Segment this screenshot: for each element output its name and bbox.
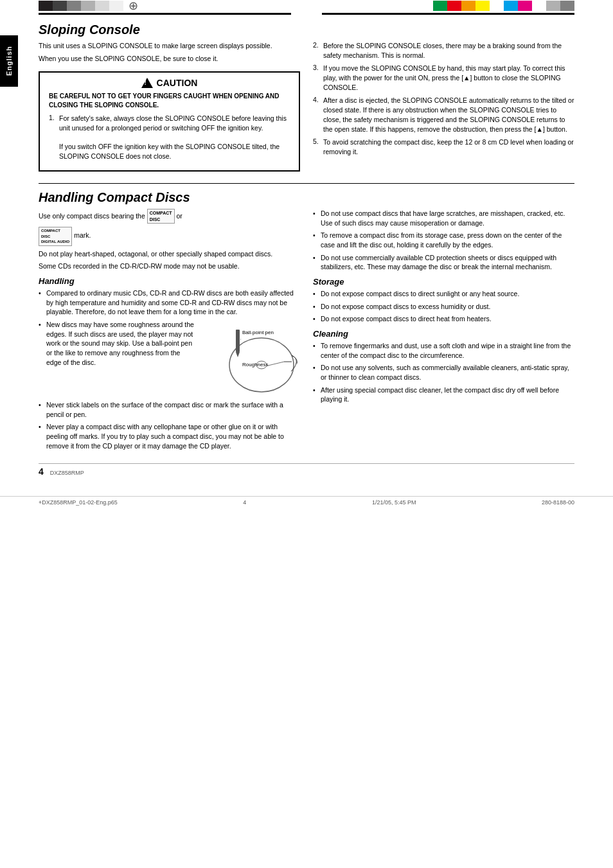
sloping-intro2: When you use the SLOPING CONSOLE, be sur… — [39, 54, 300, 64]
bottom-bar: +DXZ858RMP_01-02-Eng.p65 4 1/21/05, 5:45… — [0, 496, 613, 508]
svg-text:Roughness: Roughness — [242, 362, 268, 368]
svg-rect-3 — [236, 330, 240, 352]
bottom-date: 1/21/05, 5:45 PM — [372, 499, 416, 506]
handling-bullet-1: • Compared to ordinary music CDs, CD-R a… — [39, 288, 300, 317]
cleaning-bullet-2: • Do not use any solvents, such as comme… — [313, 363, 574, 382]
item-content: For safety's sake, always close the SLOP… — [59, 114, 290, 161]
handling-bullet-2: • New discs may have some roughness arou… — [39, 320, 195, 367]
top-color-bar: ⊕ — [0, 0, 613, 12]
disc-mark-1: COMPACTDISC — [147, 209, 175, 224]
disc-mark-2: COMPACTDISCDIGITAL AUDIO — [39, 227, 72, 245]
caution-triangle-icon — [141, 78, 153, 88]
handling-title: Handling Compact Discs — [39, 190, 574, 205]
bullet-text: Never play a compact disc with any cello… — [46, 422, 300, 450]
svg-line-7 — [268, 362, 284, 366]
bullet-text: Never stick labels on the surface of the… — [46, 400, 300, 419]
item-text: To avoid scratching the compact disc, ke… — [323, 137, 574, 156]
top-bar-left: ⊕ — [0, 0, 306, 12]
sloping-console-left: This unit uses a SLOPING CONSOLE to make… — [39, 41, 300, 177]
bullet-text: Do not use compact discs that have large… — [321, 209, 574, 227]
caution-warning: BE CAREFUL NOT TO GET YOUR FINGERS CAUGH… — [49, 92, 290, 110]
item-text: For safety's sake, always close the SLOP… — [59, 114, 287, 132]
bullet-text: Do not expose compact discs to direct su… — [321, 289, 519, 299]
item-num: 3. — [313, 64, 321, 92]
right-color-blocks — [433, 1, 574, 11]
handling-intro2: COMPACTDISCDIGITAL AUDIO mark. — [39, 227, 300, 245]
item-num: 5. — [313, 137, 321, 156]
sloping-item-2: 2. Before the SLOPING CONSOLE closes, th… — [313, 41, 574, 60]
section-divider — [39, 183, 574, 184]
sloping-item-5: 5. To avoid scratching the compact disc,… — [313, 137, 574, 156]
cd-diagram: Ball-point pen Roughness — [200, 320, 300, 397]
caution-box: CAUTION BE CAREFUL NOT TO GET YOUR FINGE… — [39, 71, 300, 171]
cleaning-bullet-1: • To remove fingermarks and dust, use a … — [313, 341, 574, 360]
item-num: 2. — [313, 41, 321, 60]
handling-right-bullet-3: • Do not use commercially available CD p… — [313, 253, 574, 272]
cleaning-subtitle: Cleaning — [313, 329, 574, 339]
bullet-text: Compared to ordinary music CDs, CD-R and… — [46, 288, 300, 317]
svg-text:Ball-point pen: Ball-point pen — [242, 330, 274, 335]
sloping-item-3: 3. If you move the SLOPING CONSOLE by ha… — [313, 64, 574, 92]
handling-left: Use only compact discs bearing the COMPA… — [39, 209, 300, 454]
page-footer: 4 DXZ858RMP — [39, 463, 574, 477]
storage-bullet-2: • Do not expose compact discs to excess … — [313, 302, 574, 312]
item-num: 4. — [313, 96, 321, 134]
english-sidebar-label: English — [0, 35, 18, 87]
bullet-text: Do not use any solvents, such as commerc… — [321, 363, 574, 382]
bottom-code: 280-8188-00 — [542, 499, 574, 506]
bullet-text: To remove fingermarks and dust, use a so… — [321, 341, 574, 360]
storage-bullet-3: • Do not expose compact discs to direct … — [313, 314, 574, 324]
handling-intro3: Do not play heart-shaped, octagonal, or … — [39, 249, 300, 259]
storage-bullet-1: • Do not expose compact discs to direct … — [313, 289, 574, 299]
sloping-console-title: Sloping Console — [39, 22, 574, 37]
left-color-blocks — [39, 1, 123, 11]
cleaning-bullet-3: • After using special compact disc clean… — [313, 385, 574, 404]
handling-bullet-3: • Never stick labels on the surface of t… — [39, 400, 300, 419]
item-num: 1. — [49, 114, 57, 161]
handling-bullet-4: • Never play a compact disc with any cel… — [39, 422, 300, 450]
storage-subtitle: Storage — [313, 277, 574, 287]
sloping-console-content: This unit uses a SLOPING CONSOLE to make… — [39, 41, 574, 177]
item-text: After a disc is ejected, the SLOPING CON… — [323, 96, 574, 134]
handling-content: Use only compact discs bearing the COMPA… — [39, 209, 574, 454]
sloping-console-right: 2. Before the SLOPING CONSOLE closes, th… — [313, 41, 574, 177]
bottom-page: 4 — [243, 499, 246, 506]
caution-label: CAUTION — [157, 78, 198, 88]
sloping-intro1: This unit uses a SLOPING CONSOLE to make… — [39, 41, 300, 51]
page-content: English ⊕ ⊕ Sloping Console This unit us… — [0, 22, 613, 496]
handling-intro1: Use only compact discs bearing the COMPA… — [39, 209, 300, 224]
svg-marker-4 — [236, 352, 240, 357]
bullet-text: Do not expose compact discs to direct he… — [321, 314, 492, 324]
bullet-text: New discs may have some roughness around… — [46, 320, 195, 367]
item-text: Before the SLOPING CONSOLE closes, there… — [323, 41, 574, 60]
bullet-text: Do not expose compact discs to excess hu… — [321, 302, 490, 312]
handling-right-bullet-1: • Do not use compact discs that have lar… — [313, 209, 574, 227]
handling-intro4: Some CDs recorded in the CD-R/CD-RW mode… — [39, 261, 300, 271]
handling-subtitle: Handling — [39, 276, 300, 286]
cd-diagram-area: Ball-point pen Roughness • New discs may… — [39, 320, 300, 397]
footer-filename: DXZ858RMP — [50, 470, 84, 476]
bullet-text: Do not use commercially available CD pro… — [321, 253, 574, 272]
cd-svg: Ball-point pen Roughness — [200, 320, 300, 397]
item-text: If you move the SLOPING CONSOLE by hand,… — [323, 64, 574, 92]
bullet-text: To remove a compact disc from its storag… — [321, 231, 574, 249]
sloping-item-4: 4. After a disc is ejected, the SLOPING … — [313, 96, 574, 134]
caution-title: CAUTION — [49, 78, 290, 88]
item-subtext: If you switch OFF the ignition key with … — [59, 143, 280, 160]
page-number: 4 — [39, 466, 44, 477]
header-rules — [0, 12, 613, 16]
top-bar-right — [306, 0, 613, 12]
bullet-text: After using special compact disc cleaner… — [321, 385, 574, 404]
mark-text: mark. — [74, 232, 91, 240]
handling-right-bullet-2: • To remove a compact disc from its stor… — [313, 231, 574, 249]
caution-item-1: 1. For safety's sake, always close the S… — [49, 114, 290, 161]
top-crosshair: ⊕ — [129, 0, 138, 13]
handling-right: • Do not use compact discs that have lar… — [313, 209, 574, 454]
bottom-filename: +DXZ858RMP_01-02-Eng.p65 — [39, 499, 118, 506]
